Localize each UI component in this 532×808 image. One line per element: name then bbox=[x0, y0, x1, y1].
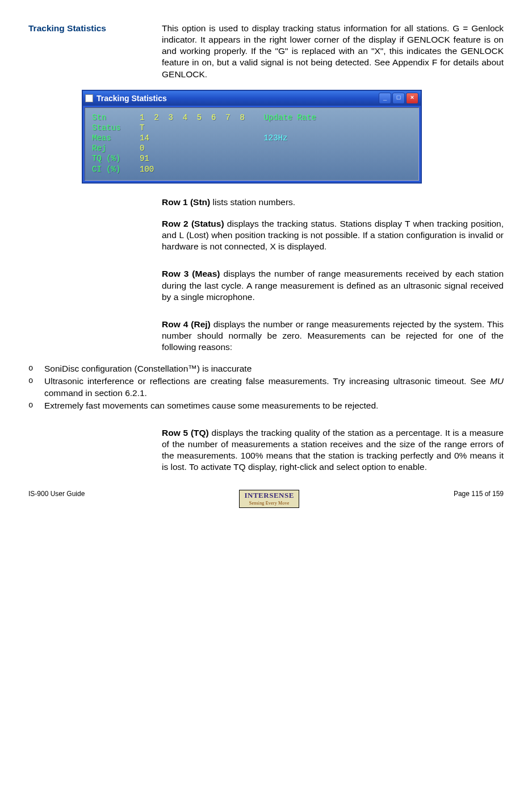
row2-para: Row 2 (Status) displays the tracking sta… bbox=[162, 218, 504, 252]
rej-value: 0 bbox=[140, 144, 144, 153]
ci-value: 100 bbox=[140, 165, 154, 174]
bullet-marker: o bbox=[28, 363, 44, 374]
rej-row-label: Rej bbox=[92, 144, 140, 153]
row1-text: lists station numbers. bbox=[210, 197, 295, 207]
page-footer: IS-900 User Guide INTERSENSE Sensing Eve… bbox=[28, 490, 504, 507]
meas-row-label: Meas bbox=[92, 134, 140, 143]
rejection-reasons-list: o SoniDisc configuration (Constellation™… bbox=[28, 363, 504, 411]
stn-row-label: Stn bbox=[92, 113, 140, 122]
bullet-marker: o bbox=[28, 400, 44, 411]
logo-sub: Sensing Every Move bbox=[244, 501, 294, 506]
bullet-1-text: SoniDisc configuration (Constellation™) … bbox=[44, 363, 504, 374]
ci-row-label: CI (%) bbox=[92, 165, 140, 174]
tracking-statistics-window: Tracking Statistics _ □ × Stn 1 2 3 4 5 … bbox=[82, 90, 421, 183]
row4-text: displays the number or range measurement… bbox=[162, 319, 504, 352]
close-button[interactable]: × bbox=[406, 93, 418, 104]
minimize-button[interactable]: _ bbox=[379, 93, 391, 104]
row1-para: Row 1 (Stn) lists station numbers. bbox=[162, 197, 504, 208]
list-item: o Extremely fast movements can sometimes… bbox=[28, 400, 504, 411]
row4-para: Row 4 (Rej) displays the number or range… bbox=[162, 319, 504, 353]
status-value: T bbox=[140, 123, 144, 132]
footer-left: IS-900 User Guide bbox=[28, 490, 85, 507]
row5-text: displays the tracking quality of the sta… bbox=[162, 428, 504, 472]
row2-label: Row 2 (Status) bbox=[162, 219, 224, 228]
row1-label: Row 1 (Stn) bbox=[162, 197, 210, 207]
window-buttons: _ □ × bbox=[379, 93, 418, 104]
update-rate-value: 123Hz bbox=[263, 134, 287, 143]
tq-row-label: TQ (%) bbox=[92, 154, 140, 163]
logo-box: INTERSENSE Sensing Every Move bbox=[239, 490, 299, 507]
window-body: Stn 1 2 3 4 5 6 7 8 Update Rate Status T… bbox=[85, 107, 419, 181]
footer-logo: INTERSENSE Sensing Every Move bbox=[239, 490, 299, 507]
list-item: o Ultrasonic interference or reflections… bbox=[28, 376, 504, 398]
window-titlebar[interactable]: Tracking Statistics _ □ × bbox=[83, 91, 421, 106]
intro-text: This option is used to display tracking … bbox=[162, 23, 504, 80]
meas-value: 14 bbox=[140, 134, 263, 143]
list-item: o SoniDisc configuration (Constellation™… bbox=[28, 363, 504, 374]
stn-columns: 1 2 3 4 5 6 7 8 bbox=[140, 113, 263, 122]
tq-value: 91 bbox=[140, 154, 149, 163]
stats-grid: Stn 1 2 3 4 5 6 7 8 Update Rate Status T… bbox=[92, 113, 412, 174]
update-rate-label: Update Rate bbox=[263, 113, 316, 122]
intro-row: Tracking Statistics This option is used … bbox=[28, 23, 504, 80]
window-icon bbox=[85, 94, 93, 102]
row3-para: Row 3 (Meas) displays the number of rang… bbox=[162, 268, 504, 302]
row4-label: Row 4 (Rej) bbox=[162, 319, 211, 329]
window-title: Tracking Statistics bbox=[97, 93, 379, 103]
logo-brand: INTERSENSE bbox=[244, 491, 294, 499]
section-heading: Tracking Statistics bbox=[28, 23, 162, 34]
bullet-2c: command in section 6.2.1. bbox=[44, 388, 147, 398]
status-row-label: Status bbox=[92, 123, 140, 132]
maximize-button[interactable]: □ bbox=[392, 93, 405, 104]
bullet-2-text: Ultrasonic interference or reflections a… bbox=[44, 376, 504, 398]
mu-command: MU bbox=[490, 376, 504, 386]
row5-label: Row 5 (TQ) bbox=[162, 428, 209, 438]
row5-para: Row 5 (TQ) displays the tracking quality… bbox=[162, 427, 504, 473]
footer-right: Page 115 of 159 bbox=[454, 490, 504, 507]
bullet-marker: o bbox=[28, 376, 44, 398]
bullet-3-text: Extremely fast movements can sometimes c… bbox=[44, 400, 504, 411]
bullet-2a: Ultrasonic interference or reflections a… bbox=[44, 376, 490, 386]
row3-label: Row 3 (Meas) bbox=[162, 269, 220, 278]
